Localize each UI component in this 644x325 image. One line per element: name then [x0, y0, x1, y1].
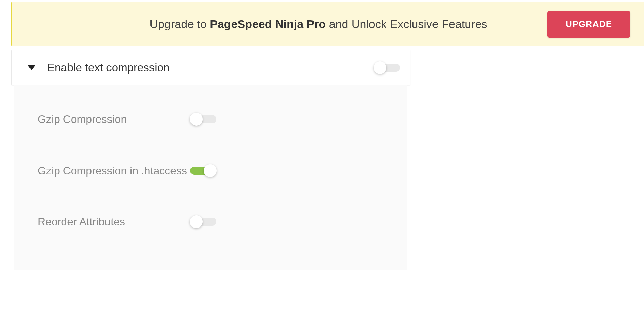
- upgrade-text-suffix: and Unlock Exclusive Features: [326, 18, 487, 30]
- upgrade-banner: Upgrade to PageSpeed Ninja Pro and Unloc…: [11, 2, 644, 46]
- upgrade-banner-text: Upgrade to PageSpeed Ninja Pro and Unloc…: [110, 18, 527, 31]
- toggle-knob: [190, 113, 203, 126]
- chevron-down-icon: [28, 65, 35, 70]
- setting-label: Gzip Compression: [38, 112, 190, 127]
- panel-body: Gzip Compression Gzip Compression in .ht…: [14, 85, 407, 270]
- upgrade-button[interactable]: UPGRADE: [547, 11, 630, 38]
- panel-title: Enable text compression: [47, 61, 374, 74]
- setting-row-gzip-compression: Gzip Compression: [38, 112, 383, 127]
- gzip-htaccess-toggle[interactable]: [190, 167, 216, 175]
- toggle-knob: [374, 61, 386, 74]
- upgrade-text-bold: PageSpeed Ninja Pro: [210, 18, 326, 30]
- gzip-compression-toggle[interactable]: [190, 115, 216, 123]
- setting-label: Gzip Compression in .htaccess: [38, 164, 190, 178]
- upgrade-text-prefix: Upgrade to: [150, 18, 210, 30]
- panel-main-toggle[interactable]: [374, 64, 400, 72]
- toggle-knob: [204, 164, 217, 177]
- setting-label: Reorder Attributes: [38, 215, 190, 229]
- toggle-knob: [190, 215, 203, 228]
- reorder-attributes-toggle[interactable]: [190, 218, 216, 226]
- setting-row-reorder-attributes: Reorder Attributes: [38, 215, 383, 229]
- setting-row-gzip-htaccess: Gzip Compression in .htaccess: [38, 164, 383, 178]
- panel-header[interactable]: Enable text compression: [11, 50, 410, 85]
